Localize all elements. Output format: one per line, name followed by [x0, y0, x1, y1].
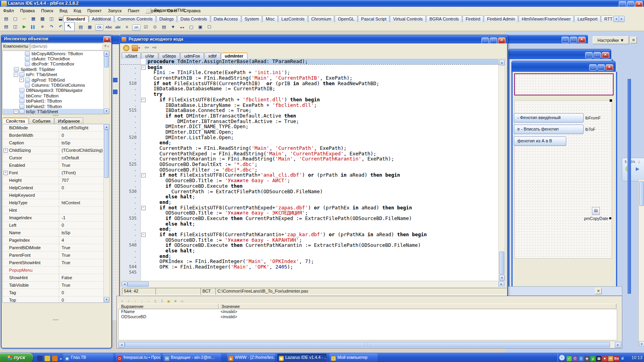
- menu-item[interactable]: Проект: [84, 7, 105, 15]
- code-text[interactable]: OPKIndex := FIni.ReadInteger('Main', 'OP…: [146, 259, 498, 264]
- code-text[interactable]: if not FileExistsUTF8(CurrentPathExped+'…: [146, 205, 498, 211]
- property-row[interactable]: Font+(TFont): [3, 169, 104, 177]
- code-text[interactable]: CurrentPathIB := FIni.ReadString('Main',…: [146, 75, 498, 81]
- property-row[interactable]: CursorcrDefault: [3, 154, 104, 162]
- mail-tray-icon[interactable]: ✉: [608, 356, 613, 361]
- code-line[interactable]: .− if FileExistsUTF8(ExePath + 'fbclient…: [121, 97, 498, 103]
- property-value[interactable]: tsSp: [59, 230, 70, 235]
- code-line[interactable]: . end;: [121, 226, 498, 232]
- code-line[interactable]: . CurrentPathKarantin := FIni.ReadString…: [121, 156, 498, 162]
- tedit-icon[interactable]: abI: [114, 24, 122, 31]
- property-row[interactable]: BiDiModebdLeftToRight: [3, 124, 104, 132]
- code-line[interactable]: . DMInter.IBTransactDefault.Active := Tr…: [121, 119, 498, 124]
- palette-tab[interactable]: Chromium: [308, 15, 335, 22]
- jump-history-icon[interactable]: [123, 45, 129, 51]
- palette-tab[interactable]: Data Controls: [177, 15, 210, 22]
- tlistbox-icon[interactable]: ▤: [160, 24, 168, 30]
- stop-icon[interactable]: ■: [39, 23, 46, 30]
- code-line[interactable]: 525 ODSourceBD.DefaultExt := '*.dbc';: [121, 162, 498, 167]
- code-text[interactable]: CurrentPathExped := FIni.ReadString('Mai…: [146, 151, 498, 157]
- launcher-icon[interactable]: [37, 356, 43, 361]
- menu-item[interactable]: Правка: [17, 7, 38, 15]
- palette-tab[interactable]: Data Access: [211, 15, 241, 22]
- watch-row[interactable]: ODSourceBD<invalid>: [119, 314, 617, 319]
- menu-item[interactable]: Поиск: [38, 7, 56, 15]
- component-tree-item[interactable]: bbPaket1: TButton: [3, 99, 104, 104]
- editor-tab[interactable]: uVar: [141, 52, 158, 59]
- code-line[interactable]: .− if not FileExistsUTF8(CurrentPathKara…: [121, 232, 498, 237]
- tcheckgroup-icon[interactable]: ☐: [206, 24, 213, 30]
- expand-icon[interactable]: +: [4, 171, 8, 175]
- update-tray-icon[interactable]: ●: [602, 356, 607, 361]
- play-icon[interactable]: ▶: [636, 166, 639, 172]
- code-line[interactable]: .−begin: [121, 65, 498, 70]
- component-tree-item[interactable]: Splitter8: TSplitter: [3, 67, 104, 72]
- taskbar-button[interactable]: Ofreepascal.ru • Прос...: [116, 354, 161, 362]
- form-button[interactable]: - Фенотип введённый: [514, 113, 584, 123]
- code-line[interactable]: . if not DMInter.IBTransactDefault.Activ…: [121, 113, 498, 119]
- code-text[interactable]: IBDataBase.DatabaseName := CurrentPathIB…: [146, 86, 498, 91]
- tray-chevron-icon[interactable]: ‹: [559, 355, 565, 360]
- palette-tab[interactable]: System: [242, 15, 262, 22]
- property-value[interactable]: htContext: [59, 200, 80, 205]
- code-text[interactable]: end;: [146, 254, 498, 259]
- tmainmenu-icon[interactable]: ▤: [77, 24, 84, 30]
- palette-scroll-left-icon[interactable]: ◂: [613, 16, 619, 22]
- property-row[interactable]: Left0: [3, 222, 104, 229]
- code-text[interactable]: if not FileExistsUTF8(CurrentPath+'anal_…: [146, 172, 498, 178]
- code-line[interactable]: . ODSourceBD.Filter := 'dbc|*.dbc';: [121, 167, 498, 173]
- code-line[interactable]: . end;: [121, 140, 498, 146]
- collapse-icon[interactable]: −: [14, 73, 18, 77]
- code-line[interactable]: . FIni := TIniFile.Create(ExePath + 'ini…: [121, 70, 498, 75]
- property-row[interactable]: ChildSizing+(TControlChildSizing): [3, 147, 104, 154]
- code-text[interactable]: ODSourceBD.Title := 'Укажите базу - АИСТ…: [146, 178, 498, 183]
- code-text[interactable]: CurrentPath := FIni.ReadString('Main', '…: [146, 146, 498, 151]
- fold-collapse-icon[interactable]: −: [141, 206, 146, 210]
- inspector-bottom-splitter[interactable]: ••••••: [2, 319, 110, 321]
- property-value[interactable]: -1: [59, 215, 66, 220]
- form-button[interactable]: е - Вписать фенотип: [514, 125, 584, 134]
- editor-tab[interactable]: udmFox: [180, 52, 204, 59]
- form-grid-area[interactable]: [514, 100, 612, 259]
- step-into-icon[interactable]: ↷: [48, 23, 55, 30]
- propgrid-scrollbar[interactable]: ▴ ▾: [103, 124, 110, 303]
- object-inspector-titlebar[interactable]: Инспектор объектов ✕: [2, 35, 112, 43]
- palette-tab[interactable]: Standard: [63, 15, 88, 22]
- palette-tab[interactable]: Dialogs: [156, 15, 177, 22]
- palette-tab[interactable]: LazControls: [278, 15, 308, 22]
- settings-dropdown-button[interactable]: Настройки ▼: [593, 36, 629, 44]
- code-text[interactable]: DMInter.DICT_NAME_TYPE.Open;: [146, 124, 498, 129]
- property-row[interactable]: Hint: [3, 207, 104, 214]
- code-line[interactable]: 520 DMInter.ListTable.Open;: [121, 135, 498, 140]
- code-text[interactable]: DMInter.DICT_NAME.Open;: [146, 129, 498, 135]
- property-row[interactable]: PopupMenu: [3, 267, 104, 274]
- code-text[interactable]: begin: [146, 65, 498, 70]
- popupmenu-component-icon[interactable]: ▤: [592, 207, 600, 215]
- property-row[interactable]: HelpContext0: [3, 184, 104, 192]
- inspector-tab[interactable]: События: [29, 118, 54, 124]
- background-window-titlebar[interactable]: _□✕: [506, 35, 588, 43]
- code-text[interactable]: procedure TdmInter.AssignInterBase(aRead…: [146, 59, 498, 64]
- property-value[interactable]: True: [59, 245, 70, 250]
- code-line[interactable]: [121, 275, 498, 281]
- code-text[interactable]: if FileExistsUTF8(ExePath + 'fbclient.dl…: [146, 97, 498, 103]
- fold-collapse-icon[interactable]: −: [141, 65, 146, 70]
- quick-launch-overflow-icon[interactable]: »: [60, 356, 62, 361]
- editor-tab[interactable]: uStart: [122, 52, 141, 59]
- property-value[interactable]: 0: [59, 185, 64, 190]
- property-value[interactable]: tsSp: [59, 140, 70, 145]
- source-editor-titlebar[interactable]: Редактор исходного кода _□✕: [120, 35, 507, 43]
- collapse-icon[interactable]: −: [19, 78, 24, 82]
- step-over-icon[interactable]: ↶: [57, 23, 64, 30]
- code-line[interactable]: . ODSourceBD.Title := 'Укажите базу - ЭК…: [121, 210, 498, 216]
- palette-tab[interactable]: Common Controls: [114, 15, 156, 22]
- tscrollbar-icon[interactable]: ◄►: [178, 24, 186, 31]
- component-tree-item[interactable]: DBNavigator3: TDBNavigator: [3, 88, 104, 93]
- palette-tab[interactable]: Pascal Script: [358, 15, 389, 22]
- code-line[interactable]: .− if not FileExistsUTF8(CurrentPath+'an…: [121, 172, 498, 178]
- component-tree-item[interactable]: bbConv: TButton: [3, 93, 104, 98]
- editor-vertical-scrollbar[interactable]: ▴ ▾: [498, 59, 505, 282]
- code-line[interactable]: 530 CurrentPath := ExtractFilePath(ODSou…: [121, 189, 498, 194]
- fold-collapse-icon[interactable]: −: [141, 233, 146, 237]
- property-value[interactable]: 707: [59, 178, 69, 183]
